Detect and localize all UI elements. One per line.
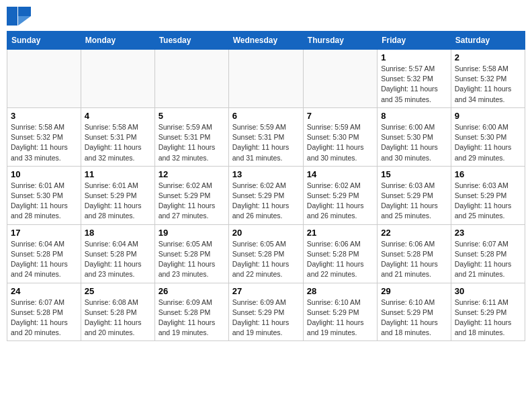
- calendar-day-cell: 19Sunrise: 6:05 AM Sunset: 5:28 PM Dayli…: [154, 224, 228, 283]
- day-info: Sunrise: 6:03 AM Sunset: 5:29 PM Dayligh…: [381, 181, 447, 222]
- calendar-day-cell: 2Sunrise: 5:58 AM Sunset: 5:32 PM Daylig…: [451, 50, 525, 108]
- calendar-day-cell: 23Sunrise: 6:07 AM Sunset: 5:28 PM Dayli…: [451, 224, 525, 283]
- weekday-header-cell: Thursday: [303, 32, 377, 50]
- weekday-header-cell: Friday: [378, 32, 451, 50]
- calendar-day-cell: 13Sunrise: 6:02 AM Sunset: 5:29 PM Dayli…: [228, 166, 303, 224]
- calendar-week-row: 1Sunrise: 5:57 AM Sunset: 5:32 PM Daylig…: [7, 50, 525, 108]
- weekday-header-cell: Sunday: [7, 32, 81, 50]
- weekday-header-cell: Monday: [81, 32, 154, 50]
- calendar-week-row: 3Sunrise: 5:58 AM Sunset: 5:32 PM Daylig…: [7, 107, 525, 166]
- day-number: 5: [159, 111, 225, 121]
- calendar-week-row: 24Sunrise: 6:07 AM Sunset: 5:28 PM Dayli…: [7, 283, 525, 341]
- day-number: 26: [159, 286, 225, 296]
- calendar-day-cell: [228, 50, 303, 108]
- day-info: Sunrise: 5:59 AM Sunset: 5:31 PM Dayligh…: [232, 122, 300, 163]
- logo-icon: [7, 7, 31, 26]
- day-number: 10: [11, 169, 77, 179]
- calendar-day-cell: [303, 50, 377, 108]
- calendar-day-cell: [7, 50, 81, 108]
- day-number: 6: [232, 111, 300, 121]
- weekday-header-row: SundayMondayTuesdayWednesdayThursdayFrid…: [7, 32, 525, 50]
- day-info: Sunrise: 6:02 AM Sunset: 5:29 PM Dayligh…: [159, 181, 225, 222]
- calendar-day-cell: 4Sunrise: 5:58 AM Sunset: 5:31 PM Daylig…: [81, 107, 154, 166]
- day-info: Sunrise: 5:58 AM Sunset: 5:31 PM Dayligh…: [85, 122, 151, 163]
- day-info: Sunrise: 6:08 AM Sunset: 5:28 PM Dayligh…: [85, 298, 151, 338]
- calendar-day-cell: 30Sunrise: 6:11 AM Sunset: 5:29 PM Dayli…: [451, 283, 525, 341]
- weekday-header-cell: Wednesday: [228, 32, 303, 50]
- day-info: Sunrise: 6:11 AM Sunset: 5:29 PM Dayligh…: [455, 298, 521, 338]
- day-number: 17: [11, 228, 77, 238]
- calendar-day-cell: 21Sunrise: 6:06 AM Sunset: 5:28 PM Dayli…: [303, 224, 377, 283]
- calendar-week-row: 17Sunrise: 6:04 AM Sunset: 5:28 PM Dayli…: [7, 224, 525, 283]
- day-number: 3: [11, 111, 77, 121]
- day-number: 22: [381, 228, 447, 238]
- day-info: Sunrise: 6:04 AM Sunset: 5:28 PM Dayligh…: [11, 239, 77, 280]
- day-info: Sunrise: 6:05 AM Sunset: 5:28 PM Dayligh…: [159, 239, 225, 280]
- day-info: Sunrise: 6:01 AM Sunset: 5:29 PM Dayligh…: [85, 181, 151, 222]
- page-header: [7, 7, 525, 26]
- day-number: 18: [85, 228, 151, 238]
- calendar-table: SundayMondayTuesdayWednesdayThursdayFrid…: [7, 31, 525, 341]
- day-number: 8: [381, 111, 447, 121]
- day-number: 19: [159, 228, 225, 238]
- day-info: Sunrise: 5:58 AM Sunset: 5:32 PM Dayligh…: [11, 122, 77, 163]
- day-number: 29: [381, 286, 447, 296]
- calendar-day-cell: 3Sunrise: 5:58 AM Sunset: 5:32 PM Daylig…: [7, 107, 81, 166]
- day-number: 9: [455, 111, 521, 121]
- calendar-day-cell: 11Sunrise: 6:01 AM Sunset: 5:29 PM Dayli…: [81, 166, 154, 224]
- day-number: 24: [11, 286, 77, 296]
- calendar-day-cell: 9Sunrise: 6:00 AM Sunset: 5:30 PM Daylig…: [451, 107, 525, 166]
- day-info: Sunrise: 6:10 AM Sunset: 5:29 PM Dayligh…: [307, 298, 373, 338]
- day-info: Sunrise: 6:06 AM Sunset: 5:28 PM Dayligh…: [381, 239, 447, 280]
- day-info: Sunrise: 5:59 AM Sunset: 5:31 PM Dayligh…: [159, 122, 225, 163]
- svg-marker-2: [18, 16, 31, 26]
- day-number: 15: [381, 169, 447, 179]
- calendar-day-cell: 26Sunrise: 6:09 AM Sunset: 5:28 PM Dayli…: [154, 283, 228, 341]
- calendar-week-row: 10Sunrise: 6:01 AM Sunset: 5:30 PM Dayli…: [7, 166, 525, 224]
- calendar-day-cell: 15Sunrise: 6:03 AM Sunset: 5:29 PM Dayli…: [378, 166, 451, 224]
- day-info: Sunrise: 5:57 AM Sunset: 5:32 PM Dayligh…: [381, 64, 447, 105]
- svg-rect-0: [7, 7, 17, 26]
- day-info: Sunrise: 6:07 AM Sunset: 5:28 PM Dayligh…: [455, 239, 521, 280]
- day-number: 14: [307, 169, 373, 179]
- day-info: Sunrise: 6:09 AM Sunset: 5:28 PM Dayligh…: [159, 298, 225, 338]
- calendar-day-cell: 17Sunrise: 6:04 AM Sunset: 5:28 PM Dayli…: [7, 224, 81, 283]
- calendar-day-cell: 25Sunrise: 6:08 AM Sunset: 5:28 PM Dayli…: [81, 283, 154, 341]
- weekday-header-cell: Tuesday: [154, 32, 228, 50]
- calendar-day-cell: 5Sunrise: 5:59 AM Sunset: 5:31 PM Daylig…: [154, 107, 228, 166]
- calendar-day-cell: 12Sunrise: 6:02 AM Sunset: 5:29 PM Dayli…: [154, 166, 228, 224]
- day-info: Sunrise: 6:04 AM Sunset: 5:28 PM Dayligh…: [85, 239, 151, 280]
- day-number: 30: [455, 286, 521, 296]
- day-number: 4: [85, 111, 151, 121]
- day-number: 23: [455, 228, 521, 238]
- calendar-day-cell: 1Sunrise: 5:57 AM Sunset: 5:32 PM Daylig…: [378, 50, 451, 108]
- day-number: 11: [85, 169, 151, 179]
- day-info: Sunrise: 6:02 AM Sunset: 5:29 PM Dayligh…: [232, 181, 300, 222]
- calendar-day-cell: 28Sunrise: 6:10 AM Sunset: 5:29 PM Dayli…: [303, 283, 377, 341]
- svg-rect-1: [18, 7, 31, 16]
- day-info: Sunrise: 6:00 AM Sunset: 5:30 PM Dayligh…: [381, 122, 447, 163]
- day-number: 12: [159, 169, 225, 179]
- calendar-day-cell: [154, 50, 228, 108]
- calendar-day-cell: 6Sunrise: 5:59 AM Sunset: 5:31 PM Daylig…: [228, 107, 303, 166]
- day-number: 25: [85, 286, 151, 296]
- day-info: Sunrise: 6:01 AM Sunset: 5:30 PM Dayligh…: [11, 181, 77, 222]
- day-info: Sunrise: 6:05 AM Sunset: 5:28 PM Dayligh…: [232, 239, 300, 280]
- calendar-day-cell: [81, 50, 154, 108]
- day-number: 28: [307, 286, 373, 296]
- calendar-day-cell: 29Sunrise: 6:10 AM Sunset: 5:29 PM Dayli…: [378, 283, 451, 341]
- day-info: Sunrise: 6:03 AM Sunset: 5:29 PM Dayligh…: [455, 181, 521, 222]
- calendar-day-cell: 7Sunrise: 5:59 AM Sunset: 5:30 PM Daylig…: [303, 107, 377, 166]
- calendar-day-cell: 20Sunrise: 6:05 AM Sunset: 5:28 PM Dayli…: [228, 224, 303, 283]
- day-info: Sunrise: 6:02 AM Sunset: 5:29 PM Dayligh…: [307, 181, 373, 222]
- day-info: Sunrise: 6:09 AM Sunset: 5:29 PM Dayligh…: [232, 298, 300, 338]
- day-info: Sunrise: 6:06 AM Sunset: 5:28 PM Dayligh…: [307, 239, 373, 280]
- logo: [7, 7, 34, 26]
- day-number: 27: [232, 286, 300, 296]
- day-number: 13: [232, 169, 300, 179]
- calendar-day-cell: 16Sunrise: 6:03 AM Sunset: 5:29 PM Dayli…: [451, 166, 525, 224]
- day-number: 2: [455, 52, 521, 62]
- weekday-header-cell: Saturday: [451, 32, 525, 50]
- calendar-day-cell: 27Sunrise: 6:09 AM Sunset: 5:29 PM Dayli…: [228, 283, 303, 341]
- calendar-day-cell: 22Sunrise: 6:06 AM Sunset: 5:28 PM Dayli…: [378, 224, 451, 283]
